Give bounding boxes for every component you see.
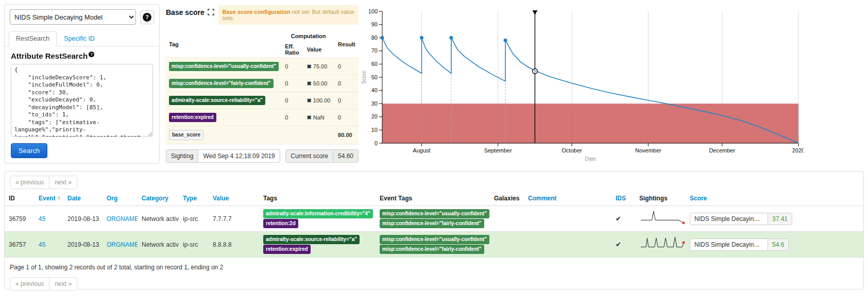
next-page-button[interactable]: next »	[49, 176, 77, 189]
sort-date-link[interactable]: Date	[67, 195, 81, 202]
svg-text:50: 50	[371, 74, 378, 80]
event-link[interactable]: 45	[39, 215, 45, 223]
current-score-label: Current score	[285, 149, 333, 163]
base-score-total-row: base_score 80.00	[166, 126, 359, 144]
cell-galaxies	[490, 232, 524, 258]
sort-score-link[interactable]: Score	[690, 195, 707, 202]
cell-value: 7.7.7.7	[209, 206, 259, 232]
tag-badge: admiralty-scale:source-reliability="a"	[263, 235, 360, 244]
tag-badge: misp:confidence-level="usually-confident…	[380, 235, 489, 244]
tag-badge: misp:confidence-level="fairly-confident"	[380, 245, 484, 254]
multiply-icon: ✖	[307, 80, 312, 87]
cell-id: 36757	[5, 232, 35, 258]
svg-text:20: 20	[371, 113, 378, 120]
svg-text:10: 10	[371, 127, 378, 133]
svg-text:60: 60	[371, 61, 378, 67]
decaying-model-select[interactable]: NIDS Simple Decaying Model	[10, 9, 136, 25]
cell-org: ORGNAME	[103, 206, 138, 232]
sort-event-link[interactable]: Event	[39, 195, 56, 202]
pagination-top: « previous next »	[10, 176, 77, 189]
col-category: Category	[138, 191, 179, 206]
sort-ids-link[interactable]: IDS	[616, 195, 626, 202]
col-sightings: Sightings	[635, 191, 686, 206]
expand-icon[interactable]	[208, 9, 214, 15]
base-score-result: 80.00	[335, 126, 359, 144]
sightings-sparkline	[639, 235, 686, 252]
eff-ratio-value: 0	[282, 92, 303, 109]
cell-galaxies	[490, 206, 524, 232]
next-page-button[interactable]: next »	[49, 278, 77, 290]
tag-badge: retention:expired	[263, 245, 311, 254]
cell-event: 45	[35, 206, 63, 232]
svg-text:Date: Date	[585, 156, 596, 162]
tab-specific-id[interactable]: Specific ID	[57, 31, 102, 46]
sort-category-link[interactable]: Category	[142, 195, 168, 202]
event-link[interactable]: 45	[39, 241, 45, 248]
question-icon: ?	[143, 13, 151, 22]
svg-text:2020: 2020	[792, 147, 804, 154]
cell-date: 2019-08-13	[63, 232, 103, 258]
col-tag: Tag	[166, 31, 282, 58]
check-icon: ✔	[616, 241, 621, 248]
tag-numerical-value: ✖100.00	[304, 92, 335, 109]
decay-score-chart[interactable]: 0102030405060708090100AugustSeptemberOct…	[361, 3, 804, 164]
col-date: Date	[63, 191, 103, 206]
org-link[interactable]: ORGNAME	[107, 241, 138, 248]
cell-ids: ✔	[611, 232, 635, 258]
result-value: 0	[335, 92, 359, 109]
svg-text:Score: Score	[361, 71, 367, 84]
help-button[interactable]: ?	[140, 10, 154, 24]
base-score-row: misp:confidence-level="usually-confident…	[166, 58, 359, 75]
search-button[interactable]: Search	[11, 143, 47, 158]
score-box: NIDS Simple Decaying ... 54.6	[690, 238, 789, 251]
cell-event-tags: misp:confidence-level="usually-confident…	[376, 232, 490, 258]
result-value: 0	[335, 109, 359, 126]
col-event-tags: Event Tags	[376, 191, 490, 206]
svg-text:80: 80	[371, 35, 378, 41]
tag-badge: misp:confidence-level="usually-confident…	[380, 209, 489, 218]
base-score-table: Tag Computation Result Eff. Ratio Value …	[166, 31, 359, 144]
score-value: 54.6	[768, 239, 788, 250]
svg-text:70: 70	[371, 47, 378, 54]
tag-badge: misp:confidence-level="fairly-confident"	[169, 79, 274, 88]
tag-badge: retention:expired	[169, 113, 216, 122]
col-value: Value	[304, 41, 335, 58]
tag-numerical-value: ✖75.00	[304, 58, 335, 75]
sort-comment-link[interactable]: Comment	[528, 195, 556, 202]
eff-ratio-value: 0	[282, 75, 303, 92]
result-value: 0	[335, 58, 359, 75]
base-score-warning: Base score configuration not set. But de…	[218, 5, 359, 25]
tag-badge: misp:confidence-level="fairly-confident"	[380, 219, 484, 228]
svg-text:November: November	[635, 147, 661, 154]
model-panel: NIDS Simple Decaying Model ? RestSearch …	[4, 4, 160, 164]
tag-badge: admiralty-scale:information-credibility=…	[263, 209, 373, 218]
multiply-icon: ✖	[307, 63, 312, 70]
tag-badge: admiralty-scale:source-reliability="a"	[169, 96, 265, 105]
svg-text:August: August	[413, 147, 430, 154]
score-box: NIDS Simple Decaying ... 37.41	[690, 213, 792, 225]
cell-event: 45	[35, 232, 63, 258]
previous-page-button[interactable]: « previous	[10, 278, 49, 290]
tag-badge: retention:2d	[263, 219, 298, 228]
sightings-sparkline	[639, 210, 686, 226]
cell-sightings	[635, 206, 686, 232]
pagination-bottom: « previous next »	[10, 277, 77, 291]
col-result: Result	[335, 31, 359, 58]
sort-type-link[interactable]: Type	[183, 195, 197, 202]
previous-page-button[interactable]: « previous	[10, 176, 49, 189]
tag-numerical-value: ✖NaN	[304, 109, 335, 126]
org-link[interactable]: ORGNAME	[107, 215, 138, 223]
svg-text:October: October	[562, 147, 582, 154]
question-icon: ?	[89, 52, 94, 57]
restsearch-query-textarea[interactable]: { "includeDecayScore": 1, "includeFullMo…	[11, 64, 153, 137]
col-eff-ratio: Eff. Ratio	[282, 41, 303, 58]
cell-type: ip-src	[179, 232, 209, 258]
cell-ids: ✔	[611, 206, 635, 232]
sort-value-link[interactable]: Value	[213, 195, 229, 202]
sort-org-link[interactable]: Org	[107, 195, 117, 202]
col-computation: Computation	[282, 31, 335, 41]
col-ids: IDS	[611, 191, 635, 206]
tab-restsearch[interactable]: RestSearch	[9, 31, 57, 46]
tag-numerical-value: ✖50.00	[304, 75, 335, 92]
col-event: Event ↑	[35, 191, 63, 206]
